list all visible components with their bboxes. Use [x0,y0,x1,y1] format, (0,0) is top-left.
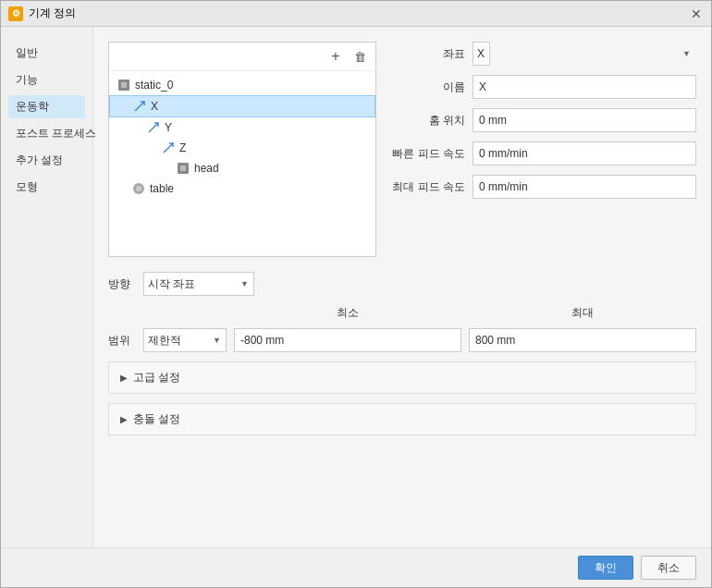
main-content: 일반 기능 운동학 포스트 프로세스 추가 설정 모형 + 🗑 [1,27,711,547]
direction-label: 방향 [108,276,136,292]
home-label: 홈 위치 [391,113,465,129]
tree-item-label-head: head [194,162,219,175]
coord-row: 좌표 X Y Z [391,42,696,66]
tree-item-label-Z: Z [179,141,186,154]
rapid-input[interactable] [473,141,696,165]
tree-panel: + 🗑 static_0 [108,42,376,257]
range-max-input[interactable] [469,328,696,352]
home-row: 홈 위치 [391,108,696,132]
head-icon [176,161,190,176]
title-bar: ⚙ 기계 정의 ✕ [1,1,711,27]
title-bar-left: ⚙ 기계 정의 [8,6,76,21]
tree-item-head[interactable]: head [109,158,375,178]
name-input[interactable] [473,75,696,99]
dialog: ⚙ 기계 정의 ✕ 일반 기능 운동학 포스트 프로세스 추가 설정 모형 + … [0,0,712,588]
name-row: 이름 [391,75,696,99]
rapid-row: 빠른 피드 속도 [391,141,696,165]
direction-row: 방향 시작 좌표 끝 좌표 [108,272,696,296]
tree-body: static_0 X [109,71,375,256]
range-type-wrapper: 제한적 무제한 [143,328,227,352]
axis-z-icon [161,141,176,155]
axis-x-icon [132,99,147,114]
sidebar-item-function[interactable]: 기능 [8,68,85,92]
content-area: + 🗑 static_0 [93,27,711,547]
sidebar: 일반 기능 운동학 포스트 프로세스 추가 설정 모형 [1,27,93,547]
collision-title: 충돌 설정 [133,411,180,427]
svg-line-2 [135,102,144,111]
svg-rect-1 [121,82,127,88]
tree-item-label-X: X [151,100,158,113]
bottom-section: 방향 시작 좌표 끝 좌표 최소 최대 [108,272,696,435]
svg-rect-6 [180,165,186,171]
coord-select[interactable]: X Y Z [473,42,490,66]
svg-line-4 [164,143,173,153]
properties-panel: 좌표 X Y Z 이름 [391,42,696,257]
collision-section: ▶ 충돌 설정 [108,403,696,435]
tree-item-Z[interactable]: Z [109,138,375,158]
sidebar-item-postprocess[interactable]: 포스트 프로세스 [8,122,85,145]
tree-toolbar: + 🗑 [109,43,375,71]
axis-y-icon [146,120,161,135]
add-button[interactable]: + [325,46,346,67]
dialog-title: 기계 정의 [29,6,76,21]
range-label: 범위 [108,333,136,349]
sidebar-item-kinematics[interactable]: 운동학 [8,95,85,118]
collision-arrow-icon: ▶ [120,414,128,424]
collision-header[interactable]: ▶ 충돌 설정 [109,404,695,435]
cancel-button[interactable]: 취소 [641,556,696,580]
delete-button[interactable]: 🗑 [350,46,370,67]
range-row: 범위 제한적 무제한 [108,328,696,352]
maxfeed-row: 최대 피드 속도 [391,175,696,199]
confirm-button[interactable]: 확인 [578,556,633,580]
static-icon [117,78,131,92]
tree-item-static0[interactable]: static_0 [109,75,375,95]
max-header-label: 최대 [469,305,696,321]
advanced-header[interactable]: ▶ 고급 설정 [109,362,695,393]
tree-item-label-Y: Y [165,121,172,134]
tree-item-Y[interactable]: Y [109,117,375,138]
sidebar-item-model[interactable]: 모형 [8,176,85,199]
dialog-icon: ⚙ [8,6,23,21]
coord-select-wrapper: X Y Z [473,42,696,66]
home-input[interactable] [473,108,696,132]
close-button[interactable]: ✕ [689,6,704,21]
footer: 확인 취소 [1,547,711,587]
maxfeed-input[interactable] [473,175,696,199]
tree-item-label-static0: static_0 [135,79,173,92]
sidebar-item-general[interactable]: 일반 [8,42,85,65]
min-header-label: 최소 [234,305,461,321]
rapid-label: 빠른 피드 속도 [391,146,465,162]
direction-select[interactable]: 시작 좌표 끝 좌표 [143,272,254,296]
direction-select-wrapper: 시작 좌표 끝 좌표 [143,272,254,296]
sidebar-item-additional[interactable]: 추가 설정 [8,149,85,172]
svg-line-3 [149,123,158,132]
maxfeed-label: 최대 피드 속도 [391,179,465,195]
advanced-title: 고급 설정 [133,370,180,386]
tree-item-table[interactable]: table [109,178,375,199]
tree-item-label-table: table [150,182,174,195]
svg-point-8 [136,186,141,191]
name-label: 이름 [391,80,465,95]
top-section: + 🗑 static_0 [108,42,696,257]
coord-label: 좌표 [391,46,465,62]
range-min-input[interactable] [234,328,461,352]
table-icon [131,181,146,196]
tree-item-X[interactable]: X [109,95,375,117]
range-type-select[interactable]: 제한적 무제한 [143,328,227,352]
range-section: 최소 최대 범위 제한적 무제한 [108,305,696,352]
advanced-section: ▶ 고급 설정 [108,361,696,394]
advanced-arrow-icon: ▶ [120,373,128,383]
